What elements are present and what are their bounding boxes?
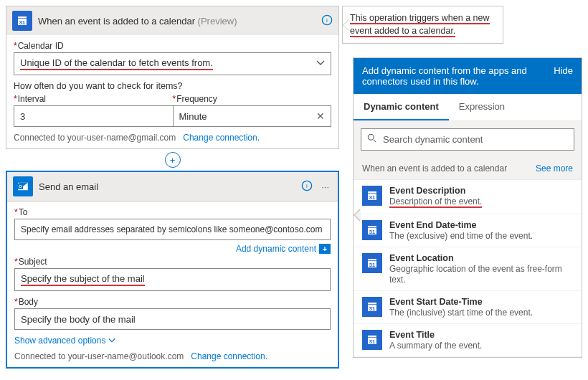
section-title: When an event is added to a calendar	[362, 163, 507, 174]
item-title: Event Title	[389, 330, 482, 340]
info-tooltip: This operation triggers when a new event…	[342, 6, 503, 44]
svg-text:31: 31	[369, 338, 375, 345]
how-often-label: How often do you want to check for items…	[14, 81, 331, 91]
dynamic-content-list: 31Event DescriptionDescription of the ev…	[354, 179, 582, 357]
svg-text:31: 31	[369, 262, 375, 268]
svg-point-8	[368, 134, 374, 140]
interval-label: Interval	[18, 94, 46, 104]
calendar-icon: 31	[12, 11, 32, 31]
tab-dynamic-content[interactable]: Dynamic content	[354, 94, 449, 120]
plus-icon: +	[165, 152, 181, 168]
svg-text:i: i	[326, 17, 328, 24]
panel-arrow	[347, 209, 360, 222]
search-input[interactable]: Search dynamic content	[361, 128, 574, 151]
calendar-icon: 31	[362, 330, 382, 350]
frequency-select[interactable]: Minute ✕	[173, 105, 332, 127]
add-step-button[interactable]: +	[6, 152, 339, 168]
item-desc: The (inclusive) start time of the event.	[389, 308, 533, 318]
svg-line-9	[374, 140, 376, 143]
to-label: To	[19, 207, 28, 217]
svg-text:31: 31	[369, 305, 375, 312]
hide-panel-link[interactable]: Hide	[554, 65, 573, 76]
svg-text:i: i	[306, 183, 308, 189]
dynamic-content-item[interactable]: 31Event End Date-timeThe (exclusive) end…	[354, 214, 582, 247]
outlook-icon: O	[13, 176, 33, 196]
clear-icon[interactable]: ✕	[316, 110, 325, 122]
calendar-icon: 31	[362, 297, 382, 317]
calendar-icon: 31	[362, 220, 382, 240]
dynamic-content-item[interactable]: 31Event TitleA summary of the event.	[354, 324, 582, 357]
change-connection-link[interactable]: Change connection.	[191, 351, 267, 361]
connected-text: Connected to your-user-name@gmail.com	[14, 133, 176, 143]
email-title: Send an email	[39, 181, 295, 192]
more-menu-button[interactable]: ···	[318, 181, 332, 192]
dynamic-content-item[interactable]: 31Event Start Date-TimeThe (inclusive) s…	[354, 291, 582, 324]
item-desc: Description of the event.	[389, 196, 482, 208]
dynamic-content-item[interactable]: 31Event LocationGeographic location of t…	[354, 247, 582, 291]
see-more-link[interactable]: See more	[536, 163, 573, 174]
dynamic-content-item[interactable]: 31Event DescriptionDescription of the ev…	[354, 180, 582, 214]
trigger-card: 31 When an event is added to a calendar …	[6, 6, 339, 149]
calendar-icon: 31	[362, 186, 382, 206]
item-desc: Geographic location of the event as free…	[389, 264, 562, 285]
subject-label: Subject	[19, 257, 47, 267]
info-icon[interactable]: i	[301, 180, 313, 194]
trigger-title: When an event is added to a calendar (Pr…	[38, 16, 316, 27]
email-card: O Send an email i ··· *To Specify email …	[6, 171, 339, 369]
frequency-label: Frequency	[176, 94, 217, 104]
item-title: Event Location	[389, 253, 573, 263]
tab-expression[interactable]: Expression	[449, 94, 515, 120]
calendar-id-select[interactable]: Unique ID of the calendar to fetch event…	[14, 52, 331, 75]
connected-text: Connected to your-user-name@outlook.com	[14, 351, 184, 361]
search-placeholder: Search dynamic content	[383, 134, 483, 145]
chevron-down-icon	[108, 337, 115, 344]
to-input[interactable]: Specify email addresses separated by sem…	[14, 219, 331, 240]
search-icon	[367, 133, 377, 146]
svg-text:31: 31	[19, 19, 25, 26]
dynamic-content-panel: Add dynamic content from the apps and co…	[353, 57, 582, 358]
svg-text:31: 31	[369, 194, 375, 201]
add-dynamic-content-link[interactable]: Add dynamic content +	[236, 244, 331, 254]
change-connection-link[interactable]: Change connection.	[183, 133, 260, 143]
item-desc: A summary of the event.	[389, 341, 482, 351]
subject-input[interactable]: Specify the subject of the mail	[14, 268, 331, 291]
plus-box-icon: +	[319, 244, 331, 254]
svg-text:31: 31	[369, 229, 375, 235]
info-icon[interactable]: i	[321, 14, 333, 28]
item-title: Event Description	[389, 186, 482, 196]
chevron-down-icon	[316, 59, 325, 70]
panel-tabs: Dynamic content Expression	[354, 94, 582, 121]
interval-input[interactable]: 3	[14, 105, 173, 127]
body-input[interactable]: Specify the body of the mail	[14, 308, 331, 330]
trigger-header[interactable]: 31 When an event is added to a calendar …	[6, 6, 338, 35]
svg-text:O: O	[19, 184, 22, 189]
calendar-id-label: Calendar ID	[18, 41, 64, 51]
show-advanced-options-link[interactable]: Show advanced options	[14, 336, 115, 346]
email-header[interactable]: O Send an email i ···	[7, 172, 338, 201]
item-title: Event End Date-time	[389, 220, 533, 230]
item-desc: The (exclusive) end time of the event.	[389, 231, 533, 241]
item-title: Event Start Date-Time	[389, 297, 533, 307]
calendar-icon: 31	[362, 253, 382, 273]
panel-header: Add dynamic content from the apps and co…	[354, 58, 582, 94]
body-label: Body	[19, 297, 38, 307]
